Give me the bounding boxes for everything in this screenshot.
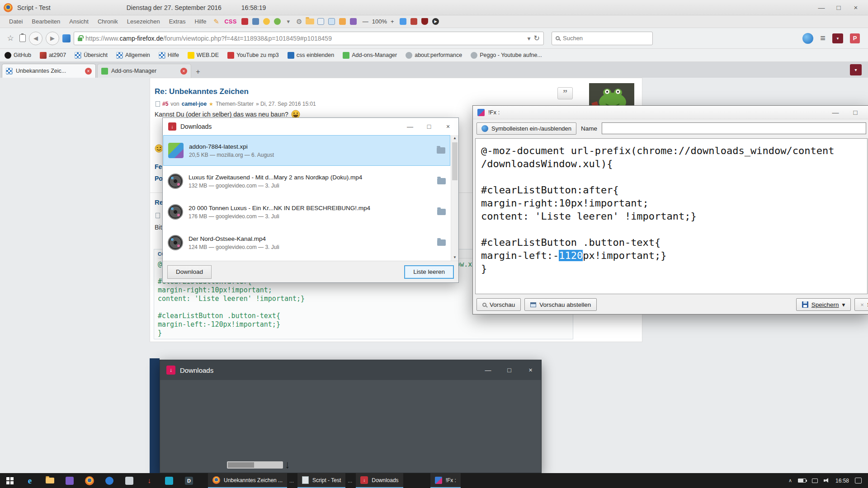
tab-unbekanntes-zeichen[interactable]: Unbekanntes Zeic... × (2, 64, 96, 78)
search-bar[interactable] (552, 32, 653, 45)
scrollbar[interactable]: ▲ ▼ (451, 135, 458, 261)
downloads-titlebar[interactable]: ↓ Downloads — □ × (163, 118, 458, 135)
forward-button[interactable]: ▶ (46, 32, 59, 45)
bookmark-css-einblenden[interactable]: css einblenden (288, 52, 334, 59)
tab-menu-icon[interactable]: ▾ (832, 33, 843, 43)
styled-downloads-titlebar[interactable]: ↓ Downloads — □ × (160, 360, 541, 380)
chevron-down-icon[interactable]: ▾ (283, 17, 293, 26)
ublock-icon[interactable] (420, 17, 430, 26)
post-number[interactable]: #5 (162, 101, 168, 107)
reload-icon[interactable]: ↻ (534, 34, 540, 42)
download-item[interactable]: addon-7884-latest.xpi20,5 KB — mozilla.o… (163, 135, 450, 166)
download-item[interactable]: 20 000 Tonnen Luxus - Ein Kr...NK IN DER… (163, 197, 450, 227)
taskbar-button-script-test[interactable]: Script - Test (297, 473, 345, 488)
play-circle-icon[interactable]: ▶ (431, 17, 441, 26)
save-dropdown-icon[interactable]: ▾ (842, 301, 845, 308)
save-button[interactable]: Speichern▾ (796, 298, 851, 311)
maximize-button[interactable]: □ (830, 4, 847, 11)
menu-hilfe[interactable]: Hilfe (190, 18, 211, 25)
css-code-editor[interactable]: @-moz-document url-prefix(chrome://downl… (475, 138, 868, 294)
clear-list-button[interactable]: Liste leeren (404, 265, 454, 279)
bookmark-dropdown-icon[interactable] (409, 17, 419, 26)
volume-icon[interactable] (824, 478, 830, 483)
scroll-down-icon[interactable]: ▼ (453, 254, 457, 261)
layout-toolbar-icon[interactable] (327, 17, 337, 26)
post-title-link[interactable]: Re: Unbekanntes Zeichen (155, 87, 249, 96)
notes-toolbar-icon[interactable] (338, 17, 348, 26)
menu-ansicht[interactable]: Ansicht (65, 18, 93, 25)
scrollbar-thumb[interactable] (452, 142, 458, 180)
download-item[interactable]: Luxus für Zweitausend - Mit d...Mary 2 a… (163, 166, 450, 197)
quote-button[interactable]: ” (557, 87, 573, 99)
action-center-icon[interactable] (855, 478, 862, 483)
quoted-link-fragment[interactable]: Po (155, 175, 163, 182)
close-button[interactable]: × (439, 119, 458, 134)
tray-expand-icon[interactable]: ∧ (788, 478, 792, 483)
page-action-icon[interactable] (62, 34, 71, 42)
folder-toolbar-icon[interactable] (305, 17, 315, 26)
download-manager-taskbar-icon[interactable]: ↓ (139, 473, 159, 488)
edge-taskbar-icon[interactable]: e (20, 473, 40, 488)
smiley-toolbar-icon[interactable] (262, 17, 272, 26)
close-button[interactable]: × (520, 360, 541, 380)
scrollbar-thumb[interactable] (228, 462, 254, 468)
tab-close-icon[interactable]: × (85, 68, 92, 75)
close-button[interactable]: × (847, 4, 864, 11)
preview-off-button[interactable]: Vorschau abstellen (524, 298, 597, 311)
downthemall-taskbar-icon[interactable]: D (179, 473, 199, 488)
toggle-toolbars-button[interactable]: Symbolleisten ein-/ausblenden (476, 122, 576, 135)
menu-lesezeichen[interactable]: Lesezeichen (123, 18, 165, 25)
open-folder-icon[interactable] (437, 209, 446, 215)
style-name-input[interactable] (602, 122, 866, 134)
bookmark-uebersicht[interactable]: Übersicht (75, 52, 108, 59)
calculator-taskbar-icon[interactable] (119, 473, 139, 488)
zoom-out-button[interactable]: — (363, 18, 368, 25)
tab-addons-manager[interactable]: Add-ons-Manager × (97, 64, 191, 78)
zoom-level[interactable]: 100% (372, 18, 387, 25)
network-icon[interactable] (812, 479, 818, 483)
download-button[interactable]: Download (167, 265, 212, 279)
css-toggle-button[interactable]: CSS (225, 19, 237, 25)
photos-taskbar-icon[interactable] (159, 473, 179, 488)
maximize-button[interactable]: □ (499, 360, 520, 380)
open-folder-icon[interactable] (437, 178, 446, 184)
taskbar-button-fx[interactable]: !Fx : (430, 473, 461, 488)
tab-close-icon[interactable]: × (180, 68, 187, 75)
gear-icon[interactable]: ⚙ (294, 17, 304, 26)
pocket-icon[interactable]: P (850, 33, 860, 43)
sync-toolbar-icon[interactable] (398, 17, 408, 26)
scroll-up-icon[interactable]: ▲ (453, 135, 457, 141)
bookmark-github[interactable]: GitHub (5, 52, 31, 59)
download-helper-icon[interactable] (273, 17, 283, 26)
stylish-titlebar[interactable]: !Fx : — □ (473, 106, 868, 119)
clipboard-icon[interactable] (19, 34, 26, 42)
author-link[interactable]: camel-joe (182, 101, 207, 107)
maximize-button[interactable]: □ (420, 119, 439, 134)
open-folder-icon[interactable] (437, 239, 446, 246)
onenote-taskbar-icon[interactable] (60, 473, 80, 488)
search-input[interactable] (563, 35, 649, 42)
minimize-button[interactable]: — (401, 119, 420, 134)
taskbar-button-downloads[interactable]: ↓ Downloads (356, 473, 403, 488)
palette-toolbar-icon[interactable] (349, 17, 359, 26)
hamburger-menu-icon[interactable]: ≡ (820, 33, 826, 43)
horizontal-scrollbar[interactable] (227, 461, 283, 469)
menu-chronik[interactable]: Chronik (93, 18, 123, 25)
list-all-tabs-button[interactable]: ▾ (850, 64, 862, 75)
bookmark-youtube-mp3[interactable]: YouTube zu mp3 (227, 52, 279, 59)
thunderbird-taskbar-icon[interactable] (99, 473, 119, 488)
screenshot-icon[interactable] (251, 17, 261, 26)
window-toolbar-icon[interactable] (316, 17, 326, 26)
bookmark-hilfe[interactable]: Hilfe (159, 52, 179, 59)
close-style-button[interactable]: ×Schließen (854, 298, 868, 311)
zoom-in-button[interactable]: + (391, 18, 394, 25)
stylish-toolbar-icon[interactable] (240, 17, 250, 26)
url-dropdown-icon[interactable]: ▾ (528, 35, 531, 42)
minimize-button[interactable]: — (813, 4, 830, 11)
bookmark-webde[interactable]: WEB.DE (188, 52, 219, 59)
menu-extras[interactable]: Extras (165, 18, 190, 25)
bookmark-about-performance[interactable]: about:performance (406, 52, 462, 59)
bookmark-peggo[interactable]: Peggo - Youtube aufne... (471, 52, 542, 59)
fritzbox-icon[interactable] (802, 33, 813, 44)
battery-icon[interactable] (798, 479, 806, 483)
